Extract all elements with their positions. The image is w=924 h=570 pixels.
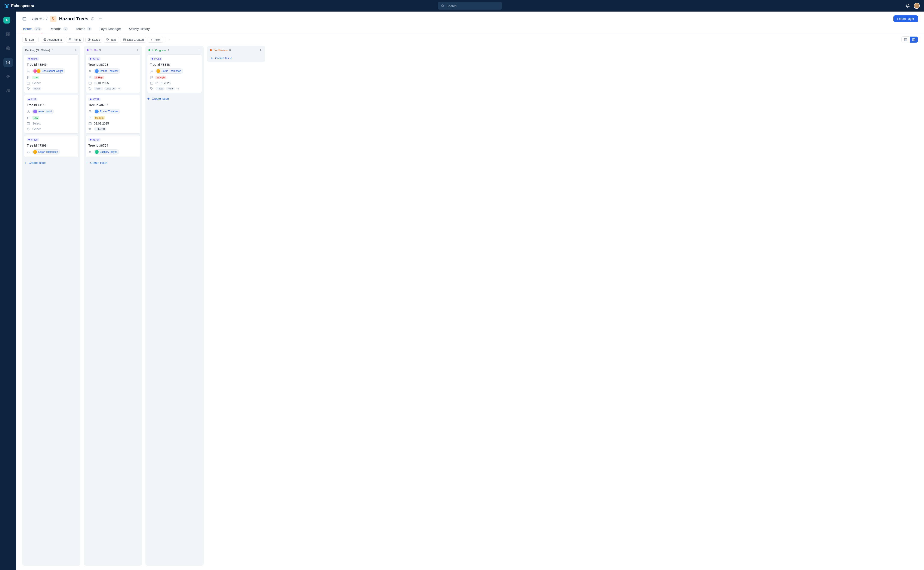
date-row[interactable]: Select xyxy=(27,122,76,125)
nav-layers[interactable] xyxy=(3,58,13,67)
board-icon xyxy=(912,38,915,41)
assignee-chip[interactable]: Zachary Hayes xyxy=(94,149,119,155)
svg-point-23 xyxy=(28,70,29,71)
person-outline-icon xyxy=(27,110,30,113)
calendar-outline-icon xyxy=(150,81,153,85)
breadcrumb: Layers / Hazard Trees xyxy=(29,15,94,22)
add-card-icon[interactable] xyxy=(259,48,262,52)
workspace-badge: A xyxy=(3,17,10,23)
issue-card[interactable]: #8798 Tree Id #8798 Ronan Thatcher xyxy=(86,54,140,93)
assignee-row: Aaron Ward xyxy=(27,109,76,114)
view-board-button[interactable] xyxy=(910,37,918,43)
assignee-chip[interactable]: Aaron Ward xyxy=(32,109,54,114)
filter-button[interactable]: Filter xyxy=(148,37,163,43)
column-title: To Do xyxy=(90,49,98,52)
layers-icon xyxy=(6,60,10,64)
svg-rect-3 xyxy=(7,35,8,36)
filter-tags[interactable]: Tags xyxy=(104,37,119,43)
export-layer-button[interactable]: Export Layer xyxy=(893,15,918,22)
calendar-outline-icon xyxy=(88,122,92,125)
tag-chip[interactable]: Tribal xyxy=(156,87,165,90)
nav-globe[interactable] xyxy=(3,44,13,53)
tag-chip[interactable]: Rural xyxy=(32,87,41,90)
assignee-chip[interactable]: Sarah Thompson xyxy=(156,69,183,74)
create-issue-button[interactable]: Create Issue xyxy=(207,54,265,62)
view-table-button[interactable] xyxy=(901,37,910,43)
tags-row: Rural xyxy=(27,87,76,90)
tab-issues[interactable]: Issues243 xyxy=(22,25,43,33)
date-row: 02.01.2025 xyxy=(88,122,138,125)
column-for-review: For Review 0 Create Issue xyxy=(207,46,265,62)
user-avatar[interactable] xyxy=(914,3,920,9)
issue-card[interactable]: #7663 Tree Id #8348 Sarah Thompson xyxy=(147,54,202,93)
issue-card[interactable]: #8846 Tree Id #8846 Christopher Wright xyxy=(24,54,79,93)
svg-point-17 xyxy=(89,39,90,40)
svg-point-36 xyxy=(89,151,90,152)
assignee-row: Sarah Thompson xyxy=(27,149,76,155)
nav-dashboard[interactable] xyxy=(3,29,13,39)
filter-priority[interactable]: Priority xyxy=(66,37,84,43)
column-header: To Do 3 xyxy=(84,46,142,54)
breadcrumb-root[interactable]: Layers xyxy=(29,16,44,21)
more-icon[interactable] xyxy=(99,17,102,21)
add-card-icon[interactable] xyxy=(74,48,77,52)
column-count: 0 xyxy=(229,49,231,52)
plus-icon xyxy=(147,97,150,100)
create-issue-button[interactable]: Create Issue xyxy=(145,95,203,103)
tag-more[interactable]: +4 xyxy=(118,87,121,90)
panel-toggle-icon[interactable] xyxy=(22,17,26,21)
workspace-switcher[interactable]: A xyxy=(3,15,13,25)
layer-icon xyxy=(50,15,57,22)
filter-search-icon[interactable] xyxy=(167,38,171,41)
diamond-small-icon xyxy=(28,58,30,60)
tag-chip[interactable]: Lake Co xyxy=(104,87,116,90)
assignee-chip[interactable]: Ronan Thatcher xyxy=(94,109,120,114)
tag-outline-icon xyxy=(27,127,30,131)
create-issue-button[interactable]: Create Issue xyxy=(22,159,80,167)
person-outline-icon xyxy=(88,110,92,113)
tab-records[interactable]: Records2 xyxy=(49,25,69,33)
issue-card[interactable]: #8764 Tree Id #8764 Zachary Hayes xyxy=(86,135,140,157)
assignee-chip[interactable]: Christopher Wright xyxy=(32,69,65,74)
issue-title: Tree Id #8348 xyxy=(150,63,199,66)
tab-activity-history[interactable]: Activity History xyxy=(128,25,151,33)
issue-card[interactable]: #8797 Tree Id #8797 Ronan Thatcher xyxy=(86,95,140,133)
add-card-icon[interactable] xyxy=(197,48,200,52)
table-icon xyxy=(904,38,907,41)
tab-teams[interactable]: Teams6 xyxy=(75,25,93,33)
nav-diamond[interactable] xyxy=(3,72,13,81)
nav-people[interactable] xyxy=(3,86,13,95)
tag-chip[interactable]: Farm xyxy=(94,87,103,90)
issue-card[interactable]: #111 Tree Id #111 Aaron Ward xyxy=(24,95,79,133)
assignee-row: Ronan Thatcher xyxy=(88,69,138,74)
search-input[interactable] xyxy=(447,4,499,8)
assignee-chip[interactable]: Ronan Thatcher xyxy=(94,69,120,74)
priority-row: High xyxy=(150,76,199,79)
add-card-icon[interactable] xyxy=(136,48,139,52)
tab-layer-manager[interactable]: Layer Manager xyxy=(99,25,122,33)
filter-status[interactable]: Status xyxy=(85,37,102,43)
filter-date-created[interactable]: Date Created xyxy=(121,37,146,43)
status-icon xyxy=(88,38,91,41)
warning-icon xyxy=(95,77,97,78)
search-box[interactable] xyxy=(438,2,502,10)
tag-chip[interactable]: Rural xyxy=(166,87,175,90)
person-outline-icon xyxy=(27,69,30,73)
top-header: Echospectra xyxy=(0,0,924,12)
tag-more[interactable]: +4 xyxy=(176,87,179,90)
filter-bar: Sort Assigned to Priority Status Tags xyxy=(16,34,924,46)
create-issue-button[interactable]: Create Issue xyxy=(84,159,142,167)
date-row[interactable]: Select xyxy=(27,81,76,85)
tags-placeholder: Select xyxy=(32,127,41,131)
issue-card[interactable]: #7398 Tree Id #7398 Sarah Thompson xyxy=(24,135,79,157)
filter-assigned-to[interactable]: Assigned to xyxy=(41,37,64,43)
sort-button[interactable]: Sort xyxy=(22,37,36,43)
svg-rect-34 xyxy=(89,123,91,125)
info-icon[interactable] xyxy=(91,17,94,20)
date-value: 01.01.2025 xyxy=(156,81,170,85)
notifications-icon[interactable] xyxy=(906,4,910,8)
brand[interactable]: Echospectra xyxy=(4,3,34,8)
assignee-chip[interactable]: Sarah Thompson xyxy=(32,149,60,155)
tags-row[interactable]: Select xyxy=(27,127,76,131)
tag-chip[interactable]: Lake CO xyxy=(94,127,107,131)
